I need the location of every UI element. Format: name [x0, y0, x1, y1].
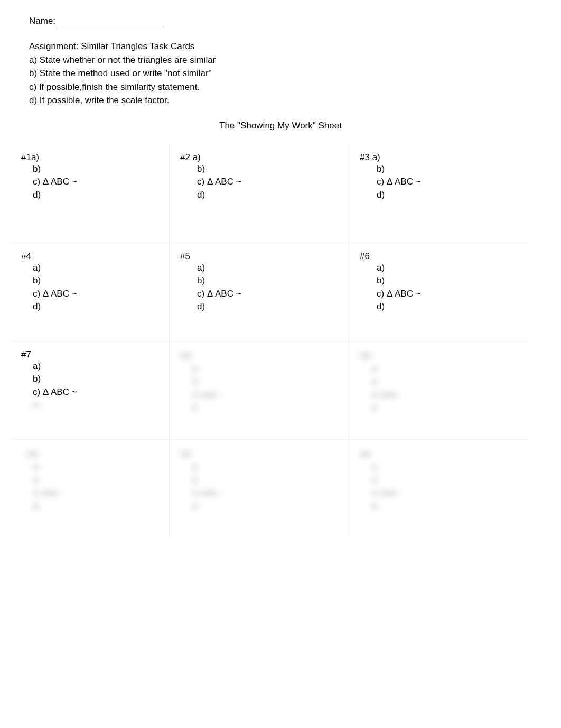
assignment-line-d: d) If possible, write the scale factor.	[29, 94, 548, 107]
answer-grid: #1a) b) c) Δ ABC ~ d) #2 a) b) c) Δ ABC …	[11, 144, 548, 538]
q5-head: #5	[180, 251, 338, 262]
q3-b: b)	[377, 163, 518, 176]
q2-b: b)	[197, 163, 338, 176]
blurred-content: ~	[21, 448, 158, 513]
q5-b: b)	[197, 274, 338, 288]
q4-head: #4	[21, 251, 158, 262]
cell-3: #3 a) b) c) Δ ABC ~ d)	[349, 144, 528, 243]
name-label: Name:	[29, 16, 55, 26]
q4-d: d)	[33, 300, 158, 314]
q6-c: c) Δ ABC ~	[377, 288, 518, 301]
name-line: Name:	[29, 16, 548, 26]
q1-c: c) Δ ABC ~	[33, 176, 158, 189]
q4-a: a)	[33, 262, 158, 275]
q7-b: b)	[33, 373, 158, 386]
q3-c: c) Δ ABC ~	[377, 176, 518, 189]
q3-head: #3 a)	[360, 152, 380, 163]
cell-4: #4 a) b) c) Δ ABC ~ d)	[11, 243, 169, 341]
assignment-block: Assignment: Similar Triangles Task Cards…	[29, 40, 548, 107]
q4-c: c) Δ ABC ~	[33, 288, 158, 301]
name-underline[interactable]	[58, 26, 164, 26]
cell-2: #2 a) b) c) Δ ABC ~ d)	[169, 144, 349, 243]
sheet-title: The "Showing My Work" Sheet	[13, 121, 548, 131]
q5-a: a)	[197, 262, 338, 275]
worksheet-page: Name: Assignment: Similar Triangles Task…	[0, 0, 561, 559]
assignment-line-b: b) State the method used or write "not s…	[29, 67, 548, 80]
q4-b: b)	[33, 274, 158, 288]
q7-a: a)	[33, 360, 158, 373]
cell-6: #6 a) b) c) Δ ABC ~ d)	[349, 243, 528, 341]
q3-d: d)	[377, 189, 518, 202]
cell-1: #1a) b) c) Δ ABC ~ d)	[11, 144, 169, 243]
q7-c: c) Δ ABC ~	[33, 386, 158, 399]
q1-d: d)	[33, 189, 158, 202]
assignment-title: Assignment: Similar Triangles Task Cards	[29, 40, 548, 53]
cell-7: #7 a) b) c) Δ ABC ~	[11, 341, 169, 439]
q2-head: #2 a)	[180, 152, 201, 163]
blurred-content: ~	[360, 448, 518, 513]
blurred-content: ~	[360, 349, 518, 414]
blurred-content: ~	[180, 448, 338, 513]
q5-d: d)	[197, 300, 338, 314]
q1-head: #1a)	[21, 152, 39, 163]
q7-head: #7	[21, 349, 158, 360]
q5-c: c) Δ ABC ~	[197, 288, 338, 301]
q6-b: b)	[377, 274, 518, 288]
assignment-line-c: c) If possible,finish the similarity sta…	[29, 80, 548, 94]
q7-d-blurred	[33, 399, 158, 412]
cell-12-blurred: ~	[349, 439, 528, 538]
cell-9-blurred: ~	[349, 341, 528, 439]
cell-5: #5 a) b) c) Δ ABC ~ d)	[169, 243, 349, 341]
q1-b: b)	[33, 163, 158, 176]
cell-8-blurred: ~	[169, 341, 349, 439]
cell-11-blurred: ~	[169, 439, 349, 538]
q6-d: d)	[377, 300, 518, 314]
q2-d: d)	[197, 189, 338, 202]
cell-10-blurred: ~	[11, 439, 169, 538]
q2-c: c) Δ ABC ~	[197, 176, 338, 189]
q6-a: a)	[377, 262, 518, 275]
blurred-content: ~	[180, 349, 338, 414]
assignment-line-a: a) State whether or not the triangles ar…	[29, 53, 548, 67]
q6-head: #6	[360, 251, 518, 262]
